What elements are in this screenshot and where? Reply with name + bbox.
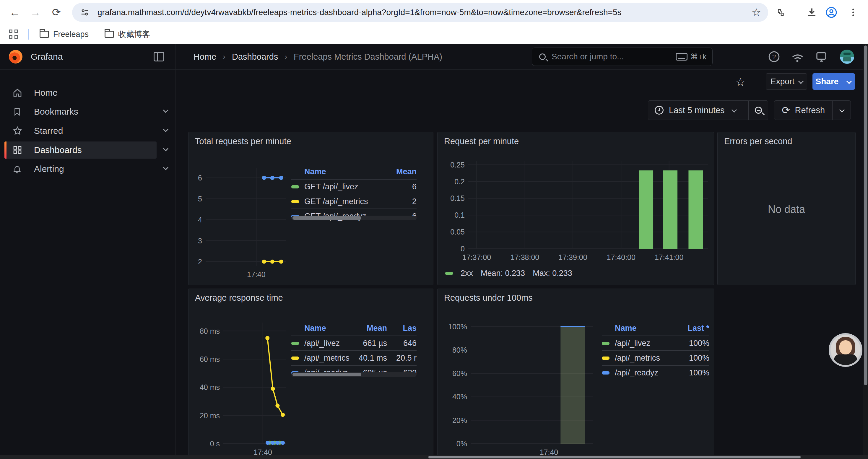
apps-grid-icon[interactable]	[9, 30, 18, 39]
svg-text:20%: 20%	[452, 416, 467, 424]
legend-row[interactable]: GET /api/_livez6	[291, 179, 416, 194]
breadcrumb-item[interactable]: Home	[193, 52, 216, 62]
requests-under-100ms-chart: 100%80%60%40%20%0%17:40	[441, 313, 595, 458]
bookmarks-divider	[28, 29, 29, 40]
extensions-icon[interactable]	[772, 5, 787, 20]
panel-title[interactable]: Total requests per minute	[195, 136, 291, 146]
series-swatch	[602, 357, 610, 360]
legend-header[interactable]: Name	[304, 324, 349, 333]
chevron-down-icon[interactable]	[163, 166, 167, 171]
url-text: grafana.mathmast.com/d/deytv4rwavabkb/fr…	[97, 8, 621, 17]
grafana-logo-icon[interactable]	[9, 50, 23, 64]
requests-under-100ms-legend: NameLast */api/_livez100%/api/_metrics10…	[602, 321, 709, 380]
monitor-icon[interactable]	[815, 50, 828, 63]
breadcrumb: Home›Dashboards›Freeleaps Metrics Dashbo…	[193, 44, 442, 70]
site-settings-icon[interactable]	[80, 7, 90, 18]
legend-row[interactable]: /api/_metrics40.1 ms20.5 r	[291, 350, 416, 365]
legend-row[interactable]: /api/_livez100%	[602, 335, 709, 350]
brand-name: Grafana	[31, 52, 63, 62]
share-dropdown-button[interactable]	[842, 73, 855, 90]
help-icon[interactable]: ?	[768, 50, 780, 63]
vertical-scrollbar[interactable]	[863, 44, 868, 459]
svg-text:17:40:00: 17:40:00	[607, 253, 636, 261]
horizontal-scrollbar[interactable]	[0, 455, 868, 459]
assistant-avatar[interactable]	[829, 333, 862, 367]
user-avatar[interactable]	[840, 50, 854, 64]
profile-icon[interactable]	[824, 5, 839, 20]
forward-button[interactable]: →	[27, 4, 44, 21]
downloads-icon[interactable]	[804, 5, 819, 20]
breadcrumb-separator: ›	[223, 52, 225, 61]
svg-text:4: 4	[198, 216, 202, 224]
legend-header[interactable]: Mean	[349, 324, 387, 333]
legend-row[interactable]: /api/_readyz100%	[602, 365, 709, 380]
svg-text:?: ?	[772, 53, 776, 61]
sidebar-item-bookmarks[interactable]: Bookmarks	[4, 103, 157, 120]
series-name: /api/_metrics	[615, 354, 674, 363]
sidebar-item-label: Starred	[34, 126, 63, 136]
star-dashboard-button[interactable]: ☆	[735, 76, 745, 89]
export-button[interactable]: Export	[766, 73, 807, 90]
avg-response-time-legend: NameMeanLas/api/_livez661 µs646/api/_met…	[291, 321, 416, 380]
reload-button[interactable]: ⟳	[48, 4, 65, 21]
breadcrumb-item[interactable]: Dashboards	[232, 52, 278, 62]
series-value: 100%	[674, 368, 709, 378]
legend-row[interactable]: /api/_livez661 µs646	[291, 335, 416, 350]
sidebar-item-alerting[interactable]: Alerting	[4, 160, 157, 177]
svg-text:17:41:00: 17:41:00	[655, 253, 683, 261]
news-rss-icon[interactable]	[791, 50, 804, 63]
panel-title[interactable]: Request per minute	[444, 136, 519, 146]
legend-header[interactable]: Name	[304, 167, 384, 176]
dock-sidebar-icon[interactable]	[154, 52, 164, 61]
bell-icon	[13, 164, 23, 174]
legend-row[interactable]: /api/_metrics100%	[602, 350, 709, 365]
svg-text:20 ms: 20 ms	[200, 412, 220, 420]
request-per-minute-chart: 0.250.20.150.10.05017:37:0017:38:0017:39…	[441, 155, 710, 264]
legend-row[interactable]: GET /api/_metrics2	[291, 194, 416, 208]
horizontal-scrollbar-thumb[interactable]	[428, 456, 801, 458]
legend-header[interactable]: Name	[615, 324, 674, 333]
panel-total-requests: Total requests per minute 6543217:40 Nam…	[188, 132, 433, 285]
sidebar-item-dashboards[interactable]: Dashboards	[4, 141, 157, 159]
url-bar[interactable]: grafana.mathmast.com/d/deytv4rwavabkb/fr…	[72, 3, 768, 22]
share-button[interactable]: Share	[812, 73, 842, 90]
legend-scrollbar[interactable]	[291, 372, 416, 377]
request-per-minute-legend[interactable]: 2xx Mean: 0.233 Max: 0.233	[445, 269, 572, 278]
svg-text:0.1: 0.1	[454, 211, 465, 219]
bookmark-star-icon[interactable]: ☆	[752, 6, 761, 19]
bookmark-folder-freeleaps[interactable]: Freeleaps	[35, 27, 93, 41]
panel-title[interactable]: Errors per second	[724, 136, 793, 146]
svg-text:17:38:00: 17:38:00	[510, 253, 539, 261]
panel-title[interactable]: Average response time	[195, 293, 283, 303]
chevron-down-icon[interactable]	[163, 147, 167, 152]
chevron-down-icon[interactable]	[163, 108, 167, 114]
panel-title[interactable]: Requests under 100ms	[444, 293, 533, 303]
sidebar-item-label: Home	[34, 88, 58, 98]
legend-header[interactable]: Last *	[674, 324, 709, 333]
grid-icon	[13, 145, 23, 155]
chevron-down-icon[interactable]	[163, 128, 167, 133]
series-swatch	[445, 272, 453, 275]
time-range-button[interactable]: Last 5 minutes	[648, 101, 748, 120]
sidebar-item-starred[interactable]: Starred	[4, 122, 157, 139]
series-value: 40.1 ms	[349, 354, 387, 363]
search-input[interactable]: Search or jump to... ⌘+k	[532, 47, 713, 66]
refresh-interval-button[interactable]	[832, 101, 850, 120]
vertical-scrollbar-thumb[interactable]	[864, 45, 867, 385]
legend-header[interactable]: Las	[387, 324, 416, 333]
bookmark-folder-blogs[interactable]: 收藏博客	[100, 27, 155, 41]
zoom-out-button[interactable]	[748, 101, 768, 120]
legend-header[interactable]: Mean	[384, 167, 416, 176]
legend-scrollbar[interactable]	[291, 216, 416, 220]
series-swatch	[291, 185, 299, 189]
menu-kebab-icon[interactable]	[845, 5, 861, 20]
back-button[interactable]: ←	[6, 4, 23, 21]
series-value: 661 µs	[349, 339, 387, 348]
sidebar-item-label: Dashboards	[34, 145, 82, 155]
refresh-button[interactable]: ⟳ Refresh	[774, 101, 832, 120]
total-requests-legend: NameMeanGET /api/_livez6GET /api/_metric…	[291, 164, 416, 223]
svg-text:3: 3	[198, 237, 202, 245]
avg-response-time-chart: 80 ms60 ms40 ms20 ms0 s17:40	[191, 314, 288, 458]
sidebar-item-home[interactable]: Home	[4, 84, 157, 101]
svg-text:0 s: 0 s	[210, 439, 220, 448]
